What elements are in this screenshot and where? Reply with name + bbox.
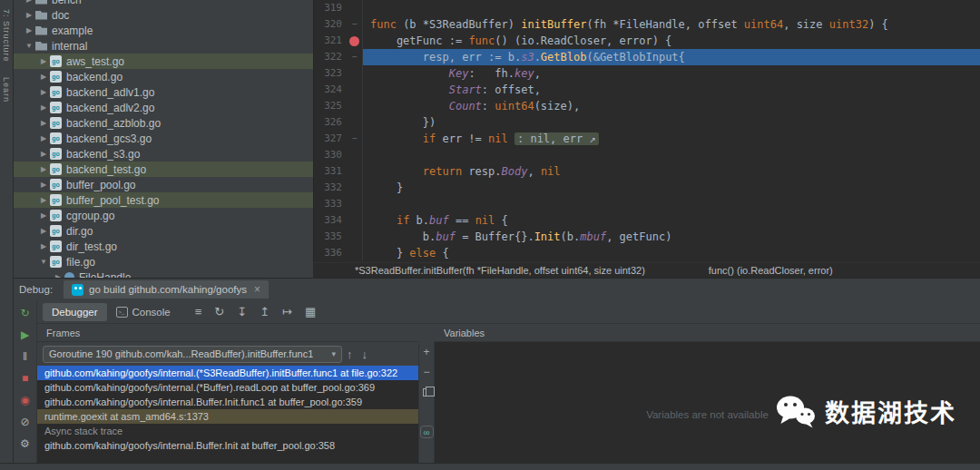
frame-row[interactable]: runtime.goexit at asm_amd64.s:1373 [37, 409, 418, 424]
code-editor[interactable]: 319320−func (b *S3ReadBuffer) initBuffer… [313, 0, 980, 262]
tree-item-filehandle[interactable]: ▶FileHandle [14, 269, 313, 278]
tree-item-backend_adlv1-go[interactable]: ▶gobackend_adlv1.go [14, 84, 313, 100]
line-number[interactable]: 326 [314, 114, 347, 131]
editor-line-321[interactable]: 321 getFunc := func() (io.ReadCloser, er… [314, 33, 980, 49]
close-tab-icon[interactable]: × [254, 283, 260, 296]
tree-toggle-icon[interactable]: ▶ [37, 211, 50, 220]
editor-line-319[interactable]: 319 [314, 0, 980, 16]
previous-frame-icon[interactable]: ↑ [347, 348, 353, 361]
tool-stripe-button[interactable]: Learn [2, 68, 11, 108]
resume-icon[interactable]: ▶ [14, 324, 37, 346]
editor-line-327[interactable]: 327− if err != nil : nil, err ↗ [314, 131, 980, 147]
remove-watch-icon[interactable]: − [419, 362, 434, 382]
tab-debugger[interactable]: Debugger [43, 303, 107, 321]
tree-toggle-icon[interactable]: ▶ [37, 103, 50, 112]
debug-session-tab[interactable]: go build github.com/kahing/goofys × [64, 280, 269, 299]
line-number[interactable]: 331 [314, 163, 347, 180]
editor-line-324[interactable]: 324 Start: offset, [314, 82, 980, 98]
editor-line-336[interactable]: 336 } else { [314, 245, 980, 261]
tree-toggle-icon[interactable]: ▶ [23, 26, 35, 34]
tree-item-bench[interactable]: ▶bench [14, 0, 313, 7]
line-number[interactable]: 320 [314, 16, 347, 33]
evaluate-endless-icon[interactable]: ∞ [420, 426, 434, 438]
tree-toggle-icon[interactable]: ▶ [37, 150, 50, 158]
line-number[interactable]: 332 [314, 180, 347, 196]
tree-toggle-icon[interactable]: ▼ [23, 42, 35, 50]
tree-toggle-icon[interactable]: ▶ [37, 242, 50, 250]
editor-line-335[interactable]: 335 b.buf = Buffer{}.Init(b.mbuf, getFun… [314, 229, 980, 245]
tree-toggle-icon[interactable]: ▶ [37, 165, 50, 173]
tree-toggle-icon[interactable]: ▶ [37, 119, 50, 127]
editor-line-326[interactable]: 326 }) [314, 114, 980, 131]
thread-selector[interactable]: Goroutine 190 github.com/kah...ReadBuffe… [43, 346, 342, 363]
tree-item-file-go[interactable]: ▼gofile.go [14, 254, 313, 269]
next-frame-icon[interactable]: ↓ [362, 348, 368, 361]
editor-line-320[interactable]: 320−func (b *S3ReadBuffer) initBuffer(fh… [314, 16, 980, 33]
line-number[interactable]: 323 [314, 65, 347, 82]
line-number[interactable]: 330 [314, 147, 347, 163]
frame-row[interactable]: github.com/kahing/goofys/internal.Buffer… [37, 438, 418, 453]
step-out-icon[interactable]: ↥ [260, 305, 270, 318]
line-number[interactable]: 334 [314, 212, 347, 229]
line-number[interactable]: 333 [314, 196, 347, 212]
line-number[interactable]: 335 [314, 229, 347, 245]
tree-toggle-icon[interactable]: ▶ [37, 73, 50, 81]
mute-breakpoints-icon[interactable]: ⊘ [14, 411, 37, 433]
tree-item-example[interactable]: ▶example [14, 23, 313, 38]
tree-item-backend_adlv2-go[interactable]: ▶gobackend_adlv2.go [14, 100, 313, 115]
breakpoint-gutter[interactable] [347, 33, 363, 49]
tree-item-dir_test-go[interactable]: ▶godir_test.go [14, 239, 313, 254]
line-number[interactable]: 322 [314, 49, 347, 65]
tree-toggle-icon[interactable]: ▶ [23, 11, 35, 19]
rerun-icon[interactable]: ↻ [14, 302, 37, 324]
editor-line-322[interactable]: 322− resp, err := b.s3.GetBlob(&GetBlobI… [314, 49, 980, 65]
tree-item-backend_azblob-go[interactable]: ▶gobackend_azblob.go [14, 115, 313, 131]
editor-line-325[interactable]: 325 Count: uint64(size), [314, 98, 980, 114]
pause-icon[interactable]: ‖ [14, 346, 37, 367]
line-number[interactable]: 321 [314, 33, 347, 49]
editor-line-332[interactable]: 332 } [314, 180, 980, 196]
tab-console[interactable]: >_ Console [107, 303, 180, 321]
frame-row[interactable]: github.com/kahing/goofys/internal.(*Buff… [37, 380, 418, 395]
tree-toggle-icon[interactable]: ▶ [37, 134, 50, 142]
line-number[interactable]: 327 [314, 131, 347, 147]
layout-grid-icon[interactable]: ▦ [305, 305, 316, 318]
add-watch-icon[interactable]: + [419, 342, 434, 362]
tree-item-doc[interactable]: ▶doc [14, 7, 313, 23]
copy-frames-icon[interactable] [419, 382, 434, 402]
frame-row[interactable]: github.com/kahing/goofys/internal.(*S3Re… [37, 366, 418, 380]
line-number[interactable]: 324 [314, 82, 347, 98]
tree-item-backend_s3-go[interactable]: ▶gobackend_s3.go [14, 146, 313, 162]
editor-line-331[interactable]: 331 return resp.Body, nil [314, 163, 980, 180]
tree-item-cgroup-go[interactable]: ▶gocgroup.go [14, 208, 313, 223]
frame-row[interactable]: Async stack trace [37, 424, 418, 438]
run-to-cursor-icon[interactable]: ↦ [282, 305, 292, 318]
editor-line-330[interactable]: 330 [314, 147, 980, 163]
tree-toggle-icon[interactable]: ▶ [37, 227, 50, 235]
line-number[interactable]: 319 [314, 0, 347, 16]
restore-layout-icon[interactable]: ↻ [214, 305, 224, 318]
tree-item-dir-go[interactable]: ▶godir.go [14, 223, 313, 239]
tree-item-buffer_pool-go[interactable]: ▶gobuffer_pool.go [14, 177, 313, 192]
tree-item-backend_gcs3-go[interactable]: ▶gobackend_gcs3.go [14, 131, 313, 146]
stop-icon[interactable]: ■ [14, 367, 37, 389]
line-number[interactable]: 325 [314, 98, 347, 114]
tool-stripe-button[interactable]: 7: Structure [2, 0, 11, 68]
step-into-icon[interactable]: ↧ [237, 305, 247, 318]
editor-line-323[interactable]: 323 Key: fh.key, [314, 65, 980, 82]
tree-toggle-icon[interactable]: ▼ [37, 258, 50, 266]
tree-item-internal[interactable]: ▼internal [14, 38, 313, 54]
frame-row[interactable]: github.com/kahing/goofys/internal.Buffer… [37, 395, 418, 409]
tree-item-aws_test-go[interactable]: ▶goaws_test.go [14, 54, 313, 69]
view-breakpoints-icon[interactable]: ◉ [14, 389, 37, 411]
tree-toggle-icon[interactable]: ▶ [37, 57, 50, 65]
breakpoint-icon[interactable] [349, 36, 359, 46]
tree-toggle-icon[interactable]: ▶ [37, 196, 50, 204]
editor-line-334[interactable]: 334 if b.buf == nil { [314, 212, 980, 229]
hamburger-menu-icon[interactable]: ≡ [195, 305, 202, 318]
tree-item-buffer_pool_test-go[interactable]: ▶gobuffer_pool_test.go [14, 192, 313, 208]
tree-item-backend-go[interactable]: ▶gobackend.go [14, 69, 313, 84]
tree-toggle-icon[interactable]: ▶ [37, 88, 50, 96]
line-number[interactable]: 336 [314, 245, 347, 261]
editor-line-333[interactable]: 333 [314, 196, 980, 212]
